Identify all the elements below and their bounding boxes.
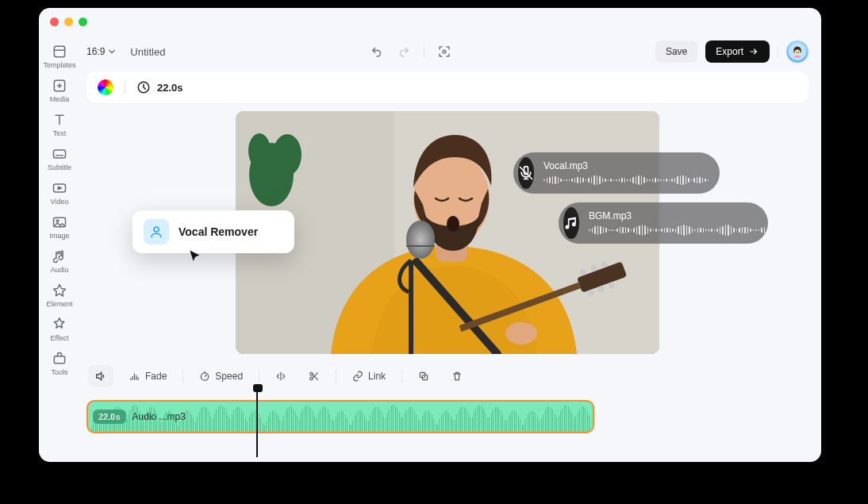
separator [125, 81, 125, 94]
svg-point-17 [248, 133, 271, 168]
element-icon [51, 282, 68, 299]
image-icon [51, 214, 68, 231]
svg-point-20 [447, 216, 459, 232]
svg-point-5 [56, 220, 59, 222]
info-strip: 22.0s [86, 71, 808, 103]
trash-icon [451, 371, 463, 382]
zoom-dot[interactable] [79, 17, 87, 26]
clip-waveform [88, 402, 593, 432]
close-dot[interactable] [50, 17, 59, 26]
sidebar-label: Element [46, 300, 72, 308]
sidebar-item-video[interactable]: Video [40, 176, 79, 209]
templates-icon [51, 43, 68, 60]
undo-button[interactable] [370, 44, 384, 59]
copy-icon [418, 371, 429, 382]
link-button[interactable]: Link [346, 366, 392, 387]
fade-button[interactable]: Fade [123, 366, 173, 387]
svg-point-10 [796, 52, 797, 52]
export-label: Export [716, 46, 743, 57]
volume-button[interactable] [88, 365, 113, 387]
mirror-icon [275, 371, 286, 382]
effect-icon [51, 316, 68, 333]
chip-name: BGM.mp3 [589, 210, 766, 221]
person-icon [144, 219, 169, 244]
window-controls [50, 17, 87, 26]
sidebar-item-tools[interactable]: Tools [40, 347, 79, 379]
popover-label: Vocal Remover [179, 225, 258, 238]
sidebar-item-subtitle[interactable]: Subtitle [40, 142, 79, 175]
fade-label: Fade [145, 371, 167, 382]
svg-point-9 [794, 50, 801, 56]
svg-rect-0 [54, 46, 64, 56]
duration-display: 22.0s [136, 80, 183, 94]
video-icon [51, 179, 68, 197]
sidebar-label: Media [50, 95, 70, 103]
copy-button[interactable] [412, 366, 436, 387]
link-label: Link [368, 371, 386, 382]
aspect-selector[interactable]: 16:9 [86, 46, 116, 57]
svg-point-38 [154, 227, 159, 232]
save-label: Save [666, 46, 687, 57]
separator [778, 45, 778, 58]
split-button[interactable] [302, 366, 326, 387]
sidebar-item-effect[interactable]: Effect [40, 313, 79, 345]
bgm-chip[interactable]: BGM.mp3 [559, 202, 768, 244]
user-avatar[interactable] [786, 40, 808, 63]
svg-point-32 [505, 322, 537, 344]
separator [182, 369, 183, 383]
separator [401, 369, 402, 383]
link-icon [352, 371, 363, 382]
redo-button[interactable] [397, 44, 411, 59]
playhead[interactable] [256, 386, 258, 457]
export-button[interactable]: Export [705, 40, 770, 63]
sidebar-label: Tools [51, 368, 67, 376]
sidebar-item-templates[interactable]: Templates [40, 40, 79, 72]
sidebar-label: Effect [51, 334, 69, 342]
separator [336, 369, 336, 383]
speed-label: Speed [215, 371, 243, 382]
svg-point-11 [798, 52, 799, 52]
save-button[interactable]: Save [655, 40, 697, 63]
sidebar-item-media[interactable]: Media [40, 74, 79, 106]
sidebar-item-image[interactable]: Image [40, 210, 79, 243]
vocal-chip[interactable]: Vocal.mp3 [513, 152, 720, 194]
speed-button[interactable]: Speed [193, 366, 249, 387]
chip-name: Vocal.mp3 [543, 160, 710, 171]
audio-icon [51, 248, 68, 265]
svg-point-16 [273, 134, 301, 175]
svg-rect-6 [54, 356, 64, 364]
sidebar-label: Video [51, 198, 69, 206]
svg-rect-21 [409, 260, 413, 354]
sidebar-item-element[interactable]: Element [40, 279, 79, 311]
color-wheel-icon[interactable] [98, 79, 113, 95]
audio-clip[interactable]: 22.0s Audio ...mp3 [86, 400, 594, 433]
duration-value: 22.0s [157, 82, 183, 94]
volume-icon [94, 370, 107, 383]
sidebar-label: Text [53, 129, 67, 137]
sidebar-label: Templates [43, 61, 75, 69]
music-icon [563, 207, 579, 239]
delete-button[interactable] [445, 366, 469, 387]
sidebar-item-text[interactable]: Text [40, 108, 79, 140]
fade-icon [129, 371, 140, 382]
cursor-icon [188, 249, 202, 264]
tools-icon [51, 350, 68, 367]
separator [424, 45, 424, 58]
svg-point-7 [443, 50, 446, 53]
project-title[interactable]: Untitled [130, 46, 165, 58]
separator [259, 369, 259, 383]
timeline-toolbar: Fade Speed Link [86, 364, 808, 389]
focus-button[interactable] [437, 44, 451, 59]
sidebar-item-audio[interactable]: Audio [40, 244, 79, 277]
minimize-dot[interactable] [64, 17, 73, 26]
sidebar-label: Subtitle [48, 164, 71, 171]
svg-point-23 [406, 221, 435, 259]
top-bar: 16:9 Untitled [86, 40, 808, 63]
vocal-remover-popover[interactable]: Vocal Remover [133, 210, 294, 253]
sidebar-label: Image [49, 232, 69, 240]
timeline[interactable]: 22.0s Audio ...mp3 [86, 395, 808, 451]
svg-rect-2 [54, 150, 66, 158]
mic-off-icon [518, 157, 534, 189]
arrow-right-icon [748, 47, 759, 56]
mirror-button[interactable] [269, 366, 293, 387]
